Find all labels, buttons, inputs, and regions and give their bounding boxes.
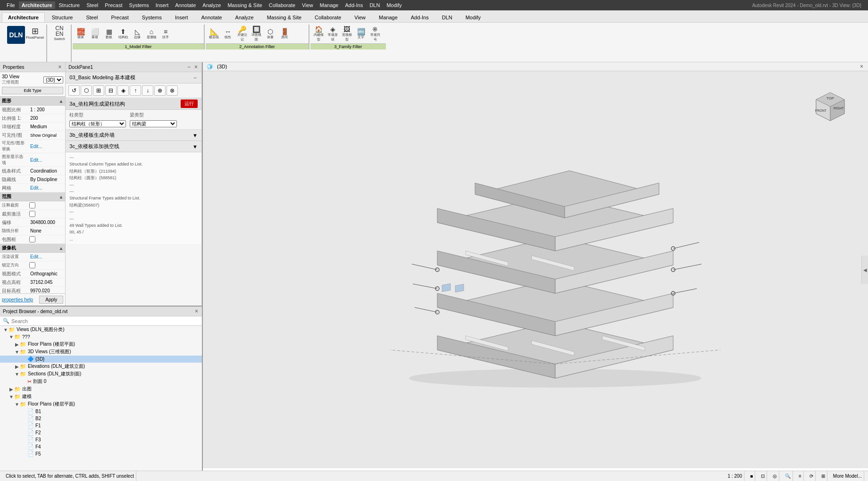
dock-pane-minimize-button[interactable]: − bbox=[186, 64, 192, 70]
run-button[interactable]: 运行 bbox=[181, 100, 198, 108]
tree-f2[interactable]: 📄 F2 bbox=[0, 429, 202, 436]
tool-add[interactable]: ⊕ bbox=[154, 85, 166, 96]
tab-insert[interactable]: Insert bbox=[169, 12, 194, 22]
wall-icon[interactable]: 🧱 墙体 bbox=[74, 25, 88, 42]
process-3c-header[interactable]: 3c_依楼板添加挑空线 ▼ bbox=[66, 141, 201, 152]
tool-diamond[interactable]: ◈ bbox=[117, 85, 129, 96]
tree-3d-current[interactable]: 🔷 {3D} bbox=[0, 356, 202, 363]
menu-analyze[interactable]: Analyze bbox=[200, 1, 224, 9]
toggle-views[interactable]: ▼ bbox=[3, 327, 8, 332]
tool-grid-minus[interactable]: ⊟ bbox=[105, 85, 117, 96]
section-camera[interactable]: 摄像机 ▲ bbox=[0, 244, 65, 253]
active-checkbox[interactable] bbox=[29, 211, 35, 217]
tool-remove[interactable]: ⊗ bbox=[167, 85, 178, 96]
toggle-scope[interactable]: ▲ bbox=[58, 194, 63, 199]
roof-icon[interactable]: ⌂ 屋層板 bbox=[144, 25, 159, 42]
cn-en-icon[interactable]: CNEN Switch bbox=[52, 25, 67, 41]
dock-pane-close-button[interactable]: × bbox=[193, 64, 199, 70]
interior-model-icon[interactable]: 🏠 内建模型 bbox=[311, 25, 326, 42]
dln-icon[interactable]: DLN bbox=[6, 25, 26, 45]
beam-type-select[interactable]: 结构梁 bbox=[130, 120, 177, 127]
status-more-model[interactable]: More Model... bbox=[831, 471, 864, 481]
status-search-icon[interactable]: 🔍 bbox=[783, 471, 793, 481]
view-cube[interactable]: TOP FRONT RIGHT bbox=[811, 90, 849, 128]
project-browser-close-button[interactable]: × bbox=[194, 308, 199, 315]
tree-f4[interactable]: 📄 F4 bbox=[0, 443, 202, 450]
section-scope[interactable]: 范围 ▲ bbox=[0, 192, 65, 201]
toggle-qqq[interactable]: ▼ bbox=[8, 334, 14, 340]
status-circle-icon[interactable]: ◎ bbox=[771, 471, 779, 481]
tab-analyze[interactable]: Analyze bbox=[229, 12, 260, 22]
lock-orient-checkbox[interactable] bbox=[29, 262, 35, 268]
menu-manage[interactable]: Manage bbox=[317, 1, 342, 9]
curtainwall-icon[interactable]: ⬜ 幕墙 bbox=[88, 25, 102, 42]
mass-icon[interactable]: ⬡ 体量 bbox=[263, 25, 277, 42]
right-panel-collapse[interactable]: ◀ bbox=[861, 256, 868, 284]
menu-modify[interactable]: Modify bbox=[384, 1, 404, 9]
status-rotate-icon[interactable]: ⟳ bbox=[808, 471, 816, 481]
tree-modeling[interactable]: ▼ 📁 建模 bbox=[0, 393, 202, 400]
menu-file[interactable]: File bbox=[4, 1, 18, 9]
toggle-camera[interactable]: ▲ bbox=[58, 246, 63, 251]
tool-grid-plus[interactable]: ⊞ bbox=[93, 85, 104, 96]
tab-modify[interactable]: Modify bbox=[459, 12, 487, 22]
floorline-icon[interactable]: 📐 楼层线 bbox=[207, 25, 221, 42]
tab-view[interactable]: View bbox=[348, 12, 372, 22]
menu-insert[interactable]: Insert bbox=[153, 1, 172, 9]
fill-icon[interactable]: 🔤 文字 bbox=[354, 25, 368, 42]
type-selector-dropdown[interactable]: {3D} bbox=[43, 76, 63, 83]
toggle-modeling-fp[interactable]: ▼ bbox=[14, 402, 20, 407]
properties-close-button[interactable]: × bbox=[57, 64, 62, 70]
toggle-drawings[interactable]: ▶ bbox=[8, 387, 14, 392]
toggle-3d-views[interactable]: ▼ bbox=[14, 349, 20, 355]
tab-architecture[interactable]: Architecture bbox=[2, 12, 45, 22]
crop-checkbox[interactable] bbox=[29, 202, 35, 208]
rooms-icon[interactable]: 🚪 房间 bbox=[277, 25, 292, 42]
properties-help-link[interactable]: properties help bbox=[2, 297, 33, 302]
wide-view-icon[interactable]: 🖼 宽视模型 bbox=[340, 25, 354, 42]
tool-hex[interactable]: ⬡ bbox=[81, 85, 92, 96]
tab-dln[interactable]: DLN bbox=[436, 12, 459, 22]
edit-type-button[interactable]: Edit Type bbox=[2, 87, 63, 94]
tree-f1[interactable]: 📄 F1 bbox=[0, 422, 202, 429]
tree-f5[interactable]: 📄 F5 bbox=[0, 450, 202, 457]
tree-views-root[interactable]: ▼ 📁 Views (DLN_视图分类) bbox=[0, 326, 202, 333]
menu-massing[interactable]: Massing & Site bbox=[225, 1, 265, 9]
status-grid-icon[interactable]: ⊞ bbox=[819, 471, 827, 481]
menu-collaborate[interactable]: Collaborate bbox=[266, 1, 298, 9]
toggle-elevations[interactable]: ▶ bbox=[14, 364, 20, 369]
stair-icon[interactable]: ≡ 扶手 bbox=[159, 25, 173, 42]
tab-collaborate[interactable]: Collaborate bbox=[309, 12, 347, 22]
tool-up[interactable]: ↑ bbox=[130, 85, 141, 96]
tree-3d-views[interactable]: ▼ 📁 3D Views (三维视图) bbox=[0, 348, 202, 356]
viewport-canvas[interactable]: TOP FRONT RIGHT ◀ bbox=[203, 71, 868, 468]
menu-view[interactable]: View bbox=[299, 1, 316, 9]
tree-b1[interactable]: 📄 B1 bbox=[0, 408, 202, 415]
bbox-checkbox[interactable] bbox=[29, 236, 35, 242]
tab-massing[interactable]: Massing & Site bbox=[261, 12, 308, 22]
tab-steel[interactable]: Steel bbox=[80, 12, 104, 22]
menu-dln[interactable]: DLN bbox=[367, 1, 383, 9]
tab-manage[interactable]: Manage bbox=[373, 12, 404, 22]
symbol-icon[interactable]: ※ 常规符号 bbox=[368, 25, 382, 42]
tree-sections[interactable]: ▼ 📁 Sections (DLN_建筑剖面) bbox=[0, 370, 202, 378]
tab-annotate[interactable]: Annotate bbox=[195, 12, 228, 22]
menu-systems[interactable]: Systems bbox=[126, 1, 152, 9]
tool-down[interactable]: ↓ bbox=[142, 85, 153, 96]
tab-systems[interactable]: Systems bbox=[136, 12, 168, 22]
tree-drawings[interactable]: ▶ 📁 出图 bbox=[0, 385, 202, 393]
menu-structure[interactable]: Structure bbox=[56, 1, 83, 9]
modeling-minimize-button[interactable]: − bbox=[192, 75, 198, 81]
menu-annotate[interactable]: Annotate bbox=[172, 1, 199, 9]
tab-precast[interactable]: Precast bbox=[105, 12, 135, 22]
menu-addins[interactable]: Add-Ins bbox=[342, 1, 366, 9]
edge-icon[interactable]: ◺ 边缘 bbox=[130, 25, 144, 42]
generic-shapes-icon[interactable]: ◈ 常规形状 bbox=[326, 25, 340, 42]
tree-qqq[interactable]: ▼ 📁 ??? bbox=[0, 333, 202, 340]
tool-rotate[interactable]: ↺ bbox=[68, 85, 80, 96]
toggle-graphics[interactable]: ▲ bbox=[58, 99, 63, 104]
toggle-modeling[interactable]: ▼ bbox=[8, 394, 14, 399]
search-input[interactable] bbox=[11, 318, 199, 324]
status-model-icon[interactable]: ■ bbox=[748, 471, 755, 481]
tree-b2[interactable]: 📄 B2 bbox=[0, 415, 202, 422]
